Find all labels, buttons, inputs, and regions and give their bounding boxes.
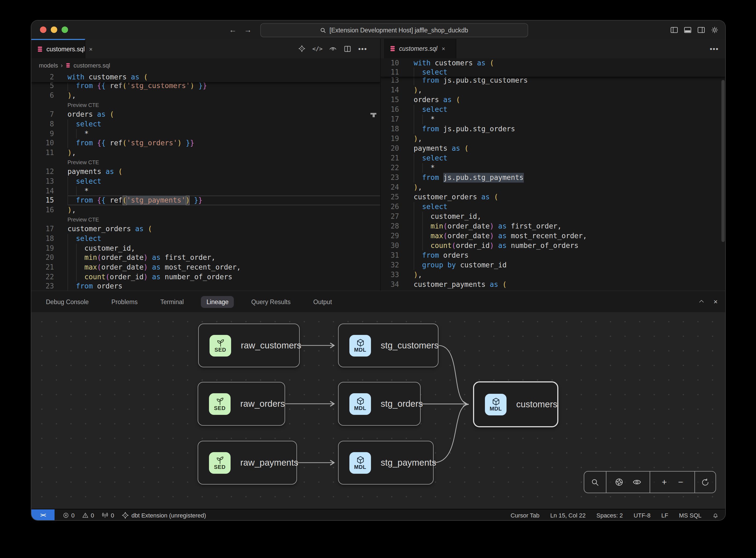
back-icon[interactable]: ← — [229, 25, 236, 34]
lineage-node-raw_payments[interactable]: SEDraw_payments — [198, 441, 297, 485]
code-line-21[interactable]: 21 select — [380, 153, 725, 163]
close-icon[interactable]: × — [713, 298, 718, 305]
search-button[interactable] — [591, 478, 599, 486]
more-icon[interactable]: ••• — [358, 45, 367, 52]
editor-compiled[interactable]: 10with customers as (11 select 13 from j… — [380, 58, 725, 290]
layout-sidebar-right-icon[interactable] — [697, 26, 705, 34]
panel-tab-lineage[interactable]: Lineage — [201, 296, 234, 308]
panel-tab-debug-console[interactable]: Debug Console — [41, 296, 94, 308]
code-line-22[interactable]: 22 count(order_id) as number_of_orders — [31, 272, 380, 281]
code-line-20[interactable]: 20 min(order_date) as first_order, — [31, 253, 380, 262]
status-notifications[interactable] — [712, 512, 719, 518]
status-cursor-tab[interactable]: Cursor Tab — [511, 512, 540, 518]
tab-customers-sql-left[interactable]: customers.sql × — [31, 39, 85, 58]
lineage-node-stg_orders[interactable]: MDLstg_orders — [338, 382, 421, 426]
refresh-button[interactable] — [701, 478, 709, 486]
panel-tab-terminal[interactable]: Terminal — [155, 296, 189, 308]
code-line-8[interactable]: 8 select — [31, 119, 380, 129]
scrollbar-thumb[interactable] — [722, 80, 725, 242]
code-icon[interactable]: </> — [312, 46, 323, 52]
code-line-11[interactable]: 11 select — [380, 68, 725, 77]
code-line-34[interactable]: 34customer_payments as ( — [380, 280, 725, 289]
code-line-29[interactable]: 29 max(order_date) as most_recent_order, — [380, 231, 725, 241]
breadcrumb-folder[interactable]: models — [39, 62, 58, 69]
code-line-19[interactable]: 19), — [380, 134, 725, 144]
codelens-preview-cte[interactable]: Preview CTE — [31, 100, 380, 110]
status-dbt-extension[interactable]: dbt Extension (unregistered) — [122, 511, 206, 519]
status-encoding[interactable]: UTF-8 — [634, 512, 650, 518]
lineage-canvas[interactable]: SEDraw_customersMDLstg_customersSEDraw_o… — [31, 312, 725, 509]
code-line-19[interactable]: 19 customer_id, — [31, 243, 380, 253]
close-window-button[interactable] — [40, 26, 47, 33]
codelens-preview-cte[interactable]: Preview CTE — [31, 215, 380, 224]
code-line-14[interactable]: 14), — [380, 85, 725, 95]
editor-source[interactable]: 2with customers as ( 5 from {{ ref('stg_… — [31, 72, 380, 290]
code-line-23[interactable]: 23 from js.pub.stg_payments — [380, 173, 725, 183]
code-line-6[interactable]: 6), — [31, 91, 380, 100]
code-line-15[interactable]: 15orders as ( — [380, 95, 725, 105]
eye-button[interactable] — [632, 478, 642, 487]
layout-sidebar-left-icon[interactable] — [670, 26, 678, 34]
code-line-14[interactable]: 14 * — [31, 186, 380, 196]
code-line-17[interactable]: 17customer_orders as ( — [31, 224, 380, 234]
lineage-node-stg_payments[interactable]: MDLstg_payments — [338, 441, 434, 485]
breadcrumb-file[interactable]: customers.sql — [74, 62, 110, 69]
close-icon[interactable]: × — [89, 46, 93, 52]
lineage-node-stg_customers[interactable]: MDLstg_customers — [338, 324, 439, 367]
code-line-28[interactable]: 28 min(order_date) as first_order, — [380, 222, 725, 231]
lineage-node-raw_orders[interactable]: SEDraw_orders — [198, 382, 285, 426]
lineage-node-customers[interactable]: MDLcustomers — [473, 381, 558, 427]
code-line-9[interactable]: 9 * — [31, 129, 380, 138]
remote-indicator[interactable]: >< — [31, 509, 55, 520]
code-line-20[interactable]: 20payments as ( — [380, 144, 725, 153]
code-line-31[interactable]: 31 from orders — [380, 251, 725, 260]
code-line-27[interactable]: 27 customer_id, — [380, 212, 725, 222]
code-line-18[interactable]: 18 from js.pub.stg_orders — [380, 124, 725, 134]
more-icon[interactable]: ••• — [710, 45, 719, 52]
layout-panel-icon[interactable] — [684, 26, 692, 34]
code-line-26[interactable]: 26 select — [380, 202, 725, 212]
chevron-up-icon[interactable] — [699, 298, 705, 305]
code-line-11[interactable]: 11), — [31, 148, 380, 157]
close-icon[interactable]: × — [442, 45, 445, 52]
status-indentation[interactable]: Spaces: 2 — [596, 512, 623, 518]
status-ports[interactable]: 0 — [102, 511, 114, 518]
code-line-15[interactable]: 15 from {{ ref('stg_payments') }} — [31, 196, 380, 205]
code-line-5[interactable]: 5 from {{ ref('stg_customers') }} — [31, 81, 380, 91]
code-line-25[interactable]: 25customer_orders as ( — [380, 192, 725, 202]
code-line-2[interactable]: 2with customers as ( — [31, 72, 380, 82]
code-line-32[interactable]: 32 group by customer_id — [380, 260, 725, 270]
code-line-33[interactable]: 33), — [380, 270, 725, 280]
breadcrumb[interactable]: models › customers.sql — [31, 58, 388, 72]
code-line-24[interactable]: 24), — [380, 183, 725, 192]
code-line-12[interactable]: 12payments as ( — [31, 167, 380, 177]
status-errors[interactable]: 0 — [63, 512, 75, 518]
status-language-mode[interactable]: MS SQL — [679, 512, 701, 518]
code-line-13[interactable]: 13 select — [31, 177, 380, 186]
status-eol[interactable]: LF — [661, 512, 668, 518]
dbt-mark-icon[interactable] — [298, 45, 306, 52]
split-editor-icon[interactable] — [344, 45, 352, 53]
panel-tab-problems[interactable]: Problems — [106, 296, 143, 308]
panel-tab-output[interactable]: Output — [308, 296, 337, 308]
codelens-preview-cte[interactable]: Preview CTE — [31, 157, 380, 167]
zoom-in-button[interactable]: + — [662, 478, 667, 486]
tab-customers-sql-right[interactable]: customers.sql × — [384, 39, 456, 58]
status-cursor-position[interactable]: Ln 15, Col 22 — [550, 512, 585, 518]
gear-icon[interactable] — [711, 26, 719, 34]
status-warnings[interactable]: 0 — [82, 512, 94, 518]
code-line-17[interactable]: 17 * — [380, 115, 725, 124]
preview-eye-icon[interactable] — [329, 45, 337, 53]
command-center[interactable]: [Extension Development Host] jaffle_shop… — [260, 23, 528, 37]
zoom-out-button[interactable]: − — [678, 478, 683, 486]
minimize-window-button[interactable] — [51, 26, 57, 33]
code-line-23[interactable]: 23 from orders — [31, 281, 380, 290]
code-line-10[interactable]: 10 from {{ ref('stg_orders') }} — [31, 138, 380, 148]
forward-icon[interactable]: → — [244, 25, 252, 34]
code-line-7[interactable]: 7orders as ( — [31, 110, 380, 119]
editor-group-divider[interactable] — [380, 39, 381, 290]
code-line-30[interactable]: 30 count(order_id) as number_of_orders — [380, 241, 725, 251]
code-line-16[interactable]: 16 select — [380, 105, 725, 115]
code-line-16[interactable]: 16), — [31, 205, 380, 215]
code-line-21[interactable]: 21 max(order_date) as most_recent_order, — [31, 262, 380, 272]
